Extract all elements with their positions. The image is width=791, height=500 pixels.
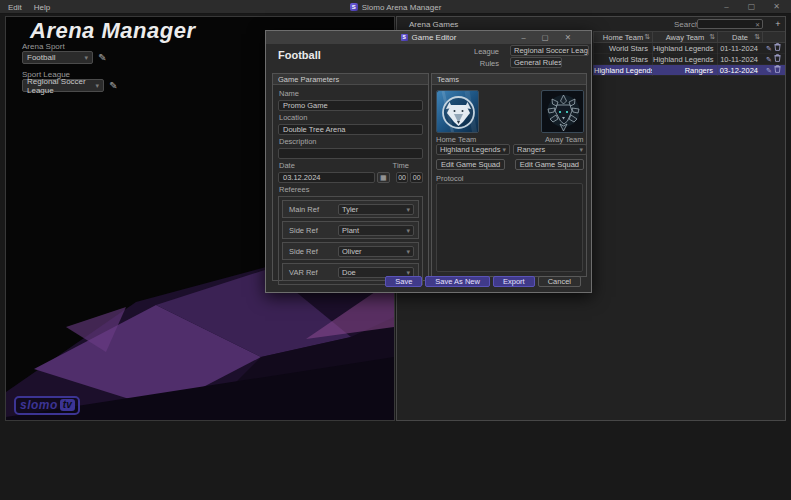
chevron-down-icon: ▾ [406, 269, 410, 276]
app-window: Edit Help S Slomo Arena Manager – ▢ ✕ Ar… [0, 0, 791, 500]
close-icon[interactable]: ✕ [565, 33, 571, 42]
calendar-icon[interactable]: ▦ [377, 172, 390, 183]
referee-select[interactable]: Tyler ▾ [338, 204, 414, 215]
date-label: Date [279, 161, 295, 170]
minimize-icon[interactable]: – [521, 33, 525, 42]
maximize-icon[interactable]: ▢ [542, 33, 549, 42]
add-game-button[interactable]: + [772, 18, 784, 30]
referees-label: Referees [279, 185, 423, 194]
game-editor-dialog: S Game Editor – ▢ ✕ Football League Regi… [265, 30, 592, 293]
referee-row: Main Ref Tyler ▾ [282, 200, 419, 218]
name-field[interactable]: Promo Game [278, 100, 423, 111]
referee-name: Doe [342, 268, 356, 277]
sort-icon[interactable]: ⇅ [754, 33, 760, 41]
edit-home-squad-button[interactable]: Edit Game Squad [436, 159, 505, 170]
search-clear-icon[interactable]: ✕ [755, 21, 762, 28]
referee-name: Tyler [342, 205, 358, 214]
edit-row-icon[interactable]: ✎ [766, 67, 772, 74]
chevron-down-icon: ▾ [84, 54, 88, 61]
away-team-select[interactable]: Rangers ▾ [513, 144, 587, 155]
cell-date: 03-12-2024 [717, 65, 762, 76]
description-field[interactable] [278, 148, 423, 159]
cell-date: 01-11-2024 [717, 43, 762, 54]
referee-name: Plant [342, 226, 359, 235]
protocol-area[interactable] [436, 183, 583, 272]
edit-league-icon[interactable]: ✎ [107, 79, 120, 92]
game-parameters-groupbox: Game Parameters Name Promo Game Location… [272, 73, 429, 281]
cell-home-team: World Stars [593, 54, 652, 65]
cell-away-team: Highland Legends [652, 54, 717, 65]
time-minutes-field[interactable]: 00 [410, 172, 423, 183]
close-icon[interactable]: ✕ [764, 0, 789, 14]
column-header-date[interactable]: Date ⇅ [717, 32, 762, 42]
save-as-new-button[interactable]: Save As New [425, 276, 490, 287]
table-row-selected[interactable]: Highland Legends Rangers 03-12-2024 ✎ [593, 65, 785, 76]
dialog-sport-title: Football [278, 49, 321, 61]
dialog-title: Game Editor [412, 33, 457, 42]
chevron-down-icon: ▾ [579, 146, 583, 153]
arena-games-title: Arena Games [409, 20, 458, 29]
chevron-down-icon: ▾ [95, 82, 99, 89]
rules-select[interactable]: General Rules ▾ [510, 57, 562, 68]
delete-row-icon[interactable] [774, 54, 781, 64]
teams-groupbox: Teams [431, 73, 587, 277]
referee-select[interactable]: Plant ▾ [338, 225, 414, 236]
sport-league-select[interactable]: Regional Soccer League ▾ [22, 79, 104, 92]
row-actions: ✎ [762, 43, 785, 53]
dialog-buttons: Save Save As New Export Cancel [385, 276, 581, 287]
referee-row: Side Ref Plant ▾ [282, 221, 419, 239]
teams-body: Home Team Away Team Highland Legends ▾ R… [432, 85, 586, 276]
game-parameters-body: Name Promo Game Location Double Tree Are… [273, 85, 428, 285]
referee-role-label: Side Ref [289, 226, 318, 235]
search-box: ✕ [697, 19, 763, 29]
table-header: Home Team ⇅ Away Team ⇅ Date ⇅ [593, 31, 785, 43]
sort-icon[interactable]: ⇅ [644, 33, 650, 41]
column-label: Away Team [666, 33, 705, 42]
referees-container: Main Ref Tyler ▾ Side Ref Plant ▾ [278, 196, 423, 285]
edit-row-icon[interactable]: ✎ [766, 45, 772, 52]
sort-icon[interactable]: ⇅ [709, 33, 715, 41]
column-header-actions [762, 32, 785, 42]
column-label: Date [732, 33, 748, 42]
location-field[interactable]: Double Tree Arena [278, 124, 423, 135]
delete-row-icon[interactable] [774, 65, 781, 75]
app-title: Slomo Arena Manager [362, 3, 442, 12]
save-button[interactable]: Save [385, 276, 422, 287]
slomo-tv-logo: slomo tv [14, 396, 80, 415]
location-label: Location [279, 113, 423, 122]
referee-role-label: Main Ref [289, 205, 319, 214]
home-team-logo [436, 90, 479, 133]
search-input[interactable] [698, 21, 755, 28]
table-row[interactable]: World Stars Highland Legends 10-11-2024 … [593, 54, 785, 65]
referee-role-label: Side Ref [289, 247, 318, 256]
cell-away-team: Highland Legends [652, 43, 717, 54]
description-label: Description [279, 137, 423, 146]
cell-home-team: World Stars [593, 43, 652, 54]
titlebar-center: S Slomo Arena Manager [0, 0, 791, 14]
league-value: Regional Soccer League [514, 46, 589, 55]
referee-select[interactable]: Oliver ▾ [338, 246, 414, 257]
games-table: Home Team ⇅ Away Team ⇅ Date ⇅ World Sta… [593, 31, 785, 76]
dialog-logo-icon: S [401, 34, 408, 41]
cell-home-team: Highland Legends [593, 65, 652, 76]
minimize-icon[interactable]: – [714, 0, 739, 14]
time-label: Time [393, 161, 409, 170]
delete-row-icon[interactable] [774, 43, 781, 53]
away-team-value: Rangers [517, 145, 545, 154]
table-row[interactable]: World Stars Highland Legends 01-11-2024 … [593, 43, 785, 54]
chevron-down-icon: ▾ [406, 206, 410, 213]
column-header-home-team[interactable]: Home Team ⇅ [593, 32, 652, 42]
edit-row-icon[interactable]: ✎ [766, 56, 772, 63]
referee-role-label: VAR Ref [289, 268, 318, 277]
edit-away-squad-button[interactable]: Edit Game Squad [515, 159, 584, 170]
home-team-select[interactable]: Highland Legends ▾ [436, 144, 510, 155]
maximize-icon[interactable]: ▢ [739, 0, 764, 14]
league-select[interactable]: Regional Soccer League ▾ [510, 45, 589, 56]
edit-sport-icon[interactable]: ✎ [96, 51, 109, 64]
date-field[interactable]: 03.12.2024 [278, 172, 375, 183]
column-header-away-team[interactable]: Away Team ⇅ [652, 32, 717, 42]
time-hours-field[interactable]: 00 [396, 172, 409, 183]
export-button[interactable]: Export [493, 276, 535, 287]
arena-sport-select[interactable]: Football ▾ [22, 51, 93, 64]
cancel-button[interactable]: Cancel [538, 276, 581, 287]
